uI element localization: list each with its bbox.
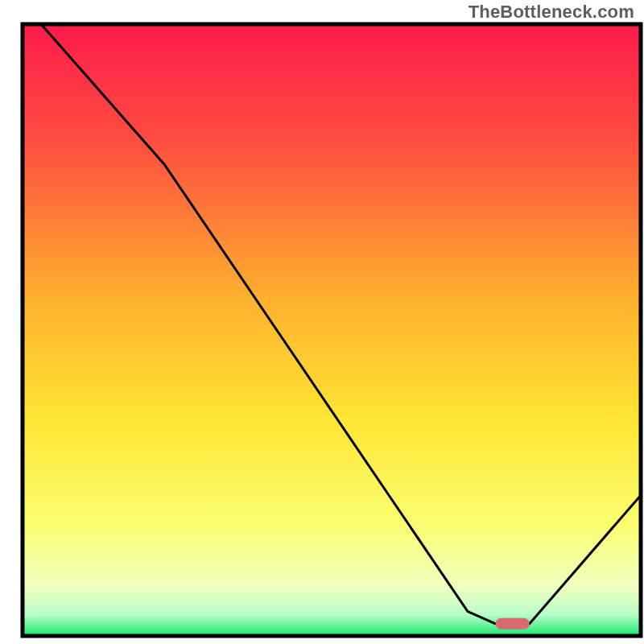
optimal-marker xyxy=(496,618,530,630)
chart-container: TheBottleneck.com xyxy=(0,0,644,644)
bottleneck-chart xyxy=(0,0,644,644)
gradient-background xyxy=(23,24,641,636)
watermark-text: TheBottleneck.com xyxy=(469,2,634,23)
